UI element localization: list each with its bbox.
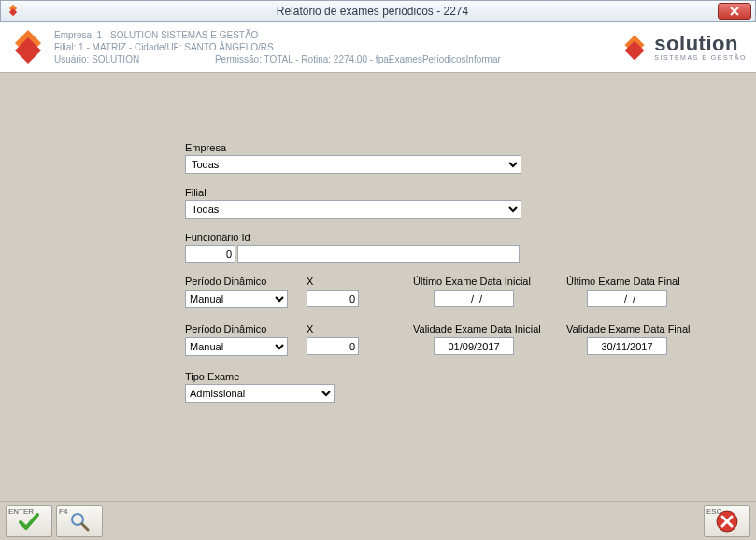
period1-d1-label: Último Exame Data Inicial (413, 276, 566, 287)
empresa-select[interactable]: Todas (185, 155, 521, 174)
form-area: Empresa Todas Filial Todas Funcionário I… (0, 75, 756, 499)
meta-permissao: Permissão: TOTAL - Rotina: 2274.00 - fpa… (215, 53, 501, 65)
funcionario-label: Funcionário Id (185, 232, 708, 243)
app-icon (7, 4, 21, 19)
brand-name: solution (654, 34, 747, 54)
period1-d2-label: Último Exame Data Final (566, 276, 708, 287)
enter-button[interactable]: ENTER (6, 505, 52, 537)
header-strip: Empresa: 1 - SOLUTION SISTEMAS E GESTÃO … (0, 22, 756, 73)
close-icon (729, 7, 740, 16)
period1-x-input[interactable] (307, 290, 359, 307)
period1-x-label: X (307, 276, 370, 287)
meta-usuario: Usuário: SOLUTION (54, 54, 139, 64)
empresa-label: Empresa (185, 142, 708, 153)
esc-button[interactable]: ESC (704, 505, 750, 537)
window-close-button[interactable] (718, 3, 751, 20)
funcionario-name-input[interactable] (237, 245, 520, 263)
period2-d2-label: Validade Exame Data Final (566, 323, 708, 334)
diamond-icon (620, 34, 649, 62)
brand-tagline: SISTEMAS E GESTÃO (654, 54, 747, 61)
meta-empresa: Empresa: 1 - SOLUTION SISTEMAS E GESTÃO (54, 29, 620, 41)
logo-right: solution SISTEMAS E GESTÃO (620, 34, 747, 62)
period2-pd-select[interactable]: Manual (185, 337, 288, 356)
magnifier-icon (69, 511, 90, 532)
filial-select[interactable]: Todas (185, 200, 521, 219)
funcionario-id-input[interactable] (185, 245, 235, 263)
enter-key-label: ENTER (8, 507, 34, 516)
filial-label: Filial (185, 187, 708, 198)
logo-left (9, 28, 47, 67)
footer-toolbar: ENTER F4 ESC (0, 501, 756, 540)
period1-d1-input[interactable] (434, 290, 514, 307)
period1-pd-select[interactable]: Manual (185, 290, 288, 308)
header-meta: Empresa: 1 - SOLUTION SISTEMAS E GESTÃO … (47, 29, 620, 65)
svg-line-9 (82, 524, 88, 530)
f4-button[interactable]: F4 (56, 505, 103, 537)
period1-pd-label: Período Dinâmico (185, 276, 307, 287)
tipo-exame-select[interactable]: Admissional (185, 384, 335, 403)
period2-d1-input[interactable] (434, 337, 514, 355)
meta-filial: Filial: 1 - MATRIZ - Cidade/UF: SANTO ÂN… (54, 41, 620, 53)
esc-key-label: ESC (706, 507, 721, 516)
period2-x-input[interactable] (307, 337, 359, 355)
f4-key-label: F4 (59, 507, 67, 516)
period2-d1-label: Validade Exame Data Inicial (413, 323, 566, 334)
period2-x-label: X (307, 323, 370, 334)
diamond-icon (9, 28, 47, 65)
period2-pd-label: Período Dinâmico (185, 323, 307, 334)
window-title: Relatório de exames periódicos - 2274 (27, 5, 718, 18)
period2-d2-input[interactable] (587, 337, 667, 355)
tipo-exame-label: Tipo Exame (185, 371, 708, 382)
titlebar: Relatório de exames periódicos - 2274 (0, 0, 756, 22)
period1-d2-input[interactable] (587, 290, 667, 307)
